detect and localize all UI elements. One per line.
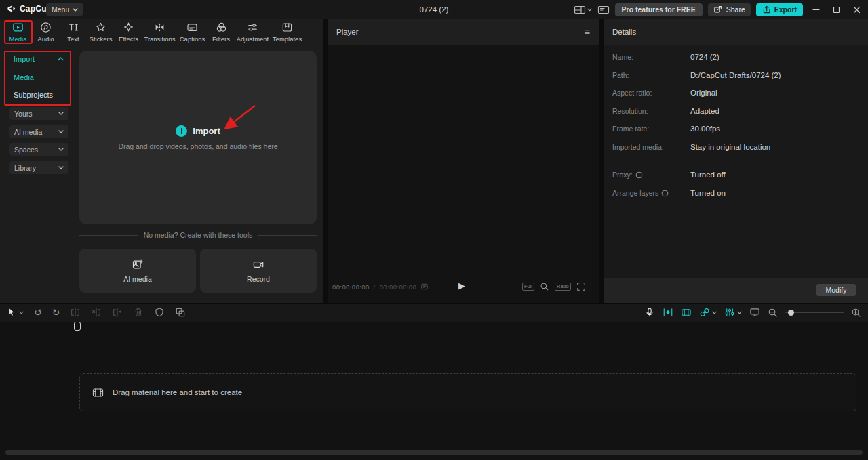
sidebar-item-import[interactable]: Import <box>0 51 75 67</box>
timeline-horizontal-scrollbar[interactable] <box>5 450 863 455</box>
trash-icon <box>133 307 144 318</box>
tab-effects-label: Effects <box>119 35 138 43</box>
detail-value: Turned on <box>690 189 726 197</box>
tab-transitions-label: Transitions <box>144 35 175 43</box>
sidebar-group-yours-label: Yours <box>14 110 32 118</box>
preview-quality-button[interactable] <box>749 307 760 318</box>
chevron-up-icon <box>58 57 64 61</box>
delete-right-icon <box>112 307 123 318</box>
compact-layout-icon <box>597 5 610 15</box>
tab-effects[interactable]: Effects <box>115 19 142 45</box>
play-button[interactable]: ▶ <box>458 280 465 291</box>
audio-icon <box>40 22 52 33</box>
detail-row-aspect-ratio: Aspect ratio: Original <box>612 88 858 98</box>
chevron-down-icon <box>58 148 64 151</box>
detail-row-arrange-layers: Arrange layers Turned on <box>612 188 858 198</box>
detail-value: Adapted <box>690 107 719 115</box>
info-icon[interactable] <box>635 171 643 179</box>
track-lane-divider <box>79 434 856 434</box>
link-toggle-button[interactable] <box>699 307 717 318</box>
tab-filters[interactable]: Filters <box>208 19 235 45</box>
voiceover-button[interactable] <box>644 307 655 318</box>
tab-media[interactable]: Media <box>4 19 32 45</box>
detail-label: Name: <box>612 53 633 61</box>
undo-button[interactable]: ↺ <box>34 308 42 317</box>
tab-captions-label: Captions <box>180 35 205 43</box>
full-screen-badge[interactable]: Full <box>522 283 534 291</box>
split-button[interactable] <box>70 307 81 318</box>
sidebar-item-subprojects[interactable]: Subprojects <box>0 87 75 103</box>
tab-audio-label: Audio <box>37 35 54 43</box>
delete-left-button[interactable] <box>91 307 102 318</box>
fullscreen-icon[interactable] <box>576 282 586 291</box>
freeze-frame-button[interactable] <box>175 307 186 318</box>
import-drop-area[interactable]: Import Drag and drop videos, photos, and… <box>79 51 317 224</box>
tab-transitions[interactable]: Transitions <box>142 19 177 45</box>
tab-media-label: Media <box>9 35 27 43</box>
ratio-badge[interactable]: Ratio <box>555 283 571 291</box>
tab-audio[interactable]: Audio <box>32 19 60 45</box>
zoom-out-icon <box>768 308 778 318</box>
sidebar-item-media[interactable]: Media <box>0 69 75 85</box>
delete-button[interactable] <box>133 307 144 318</box>
timeline-empty-hint: Drag material here and start to create <box>113 388 242 396</box>
tab-text[interactable]: Text <box>60 19 87 45</box>
audio-levels-toggle-button[interactable] <box>724 307 742 318</box>
tab-captions[interactable]: Captions <box>177 19 208 45</box>
mask-button[interactable] <box>154 307 165 318</box>
auto-cut-toggle-button[interactable] <box>681 307 692 318</box>
zoom-out-button[interactable] <box>768 308 778 318</box>
mask-shield-icon <box>154 307 165 318</box>
timeline-zoom-slider[interactable] <box>785 308 844 317</box>
player-title: Player <box>336 19 359 45</box>
player-view-controls: Full Ratio <box>522 282 586 291</box>
modify-button[interactable]: Modify <box>816 284 856 296</box>
timeline-dropzone[interactable]: Drag material here and start to create <box>79 373 856 411</box>
fit-zoom-icon[interactable] <box>540 282 549 291</box>
info-icon[interactable] <box>661 190 669 197</box>
tab-stickers[interactable]: Stickers <box>87 19 115 45</box>
export-button[interactable]: Export <box>756 3 803 16</box>
tab-adjustment[interactable]: Adjustment <box>235 19 271 45</box>
tab-templates[interactable]: Templates <box>271 19 304 45</box>
sidebar-group-ai-media[interactable]: AI media <box>9 125 68 138</box>
timecode-options-icon[interactable] <box>420 283 429 291</box>
playhead-line <box>77 331 77 447</box>
import-button[interactable]: Import <box>176 125 220 137</box>
sidebar-group-yours[interactable]: Yours <box>9 107 68 120</box>
keyframe-toggle-button[interactable] <box>663 307 673 318</box>
redo-button[interactable]: ↻ <box>52 308 60 317</box>
record-card-label: Record <box>247 275 270 283</box>
detail-row-imported-media: Imported media: Stay in original locatio… <box>612 142 858 152</box>
zoom-in-button[interactable] <box>851 308 861 318</box>
export-button-label: Export <box>774 5 797 14</box>
pro-features-button[interactable]: Pro features for FREE <box>615 3 703 16</box>
minimize-button[interactable] <box>808 0 823 19</box>
panel-layout-button[interactable] <box>574 5 592 15</box>
tools-divider-text: No media? Create with these tools <box>144 231 253 239</box>
player-menu-icon[interactable]: ≡ <box>585 19 590 45</box>
chevron-down-icon <box>58 166 64 169</box>
export-icon <box>762 5 771 14</box>
record-card[interactable]: Record <box>200 249 317 293</box>
close-button[interactable] <box>849 0 864 19</box>
track-lane-divider <box>79 352 856 352</box>
cursor-icon <box>7 307 17 318</box>
film-icon <box>92 387 104 398</box>
sidebar-group-library[interactable]: Library <box>9 161 68 174</box>
player-viewport <box>328 45 599 303</box>
select-tool-button[interactable] <box>7 307 24 318</box>
playhead-handle[interactable] <box>74 322 81 331</box>
tab-adjustment-label: Adjustment <box>237 35 269 43</box>
slider-knob[interactable] <box>788 310 794 316</box>
compact-layout-button[interactable] <box>597 5 610 15</box>
detail-label: Resolution: <box>612 107 648 115</box>
sidebar-group-spaces[interactable]: Spaces <box>9 143 68 156</box>
player-header: Player ≡ <box>328 19 599 45</box>
maximize-button[interactable] <box>829 0 844 19</box>
ai-media-card[interactable]: AI media <box>79 249 196 293</box>
monitor-icon <box>749 307 760 318</box>
effects-icon <box>123 22 134 33</box>
share-button[interactable]: Share <box>708 3 751 16</box>
delete-right-button[interactable] <box>112 307 123 318</box>
